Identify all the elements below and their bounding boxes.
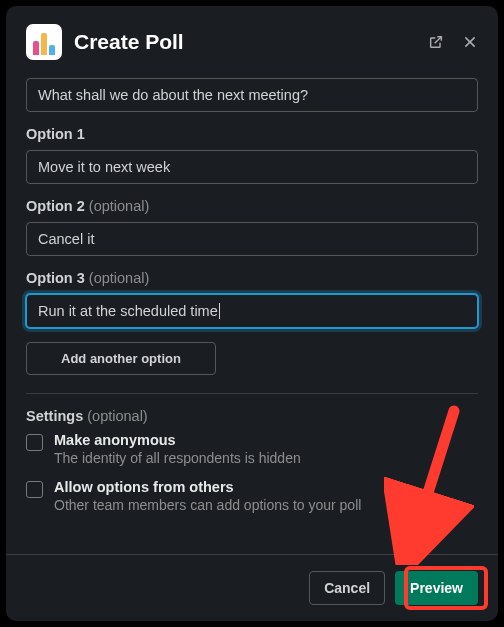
option-label: Option 2 (optional) <box>26 198 478 214</box>
setting-description: Other team members can add options to yo… <box>54 497 361 513</box>
cancel-button[interactable]: Cancel <box>309 571 385 605</box>
modal-header: Create Poll <box>6 6 498 70</box>
setting-row: Make anonymousThe identity of all respon… <box>26 432 478 466</box>
poll-app-icon <box>26 24 62 60</box>
settings-label: Settings (optional) <box>26 408 478 424</box>
setting-title: Allow options from others <box>54 479 361 495</box>
setting-title: Make anonymous <box>54 432 301 448</box>
setting-row: Allow options from othersOther team memb… <box>26 479 478 513</box>
setting-description: The identity of all respondents is hidde… <box>54 450 301 466</box>
option-input[interactable] <box>26 150 478 184</box>
option-label: Option 1 <box>26 126 478 142</box>
setting-checkbox[interactable] <box>26 434 43 451</box>
close-icon[interactable] <box>462 34 478 50</box>
modal-body: Option 1 Option 2 (optional)Option 3 (op… <box>6 70 498 554</box>
modal-title: Create Poll <box>74 30 416 54</box>
modal-footer: Cancel Preview <box>6 554 498 621</box>
option-label: Option 3 (optional) <box>26 270 478 286</box>
option-input[interactable]: Run it at the scheduled time <box>26 294 478 328</box>
option-input[interactable] <box>26 222 478 256</box>
preview-button[interactable]: Preview <box>395 571 478 605</box>
create-poll-modal: Create Poll Option 1 Option 2 <box>6 6 498 621</box>
add-option-button[interactable]: Add another option <box>26 342 216 375</box>
setting-checkbox[interactable] <box>26 481 43 498</box>
divider <box>26 393 478 394</box>
open-external-icon[interactable] <box>428 34 444 50</box>
poll-question-input[interactable] <box>26 78 478 112</box>
